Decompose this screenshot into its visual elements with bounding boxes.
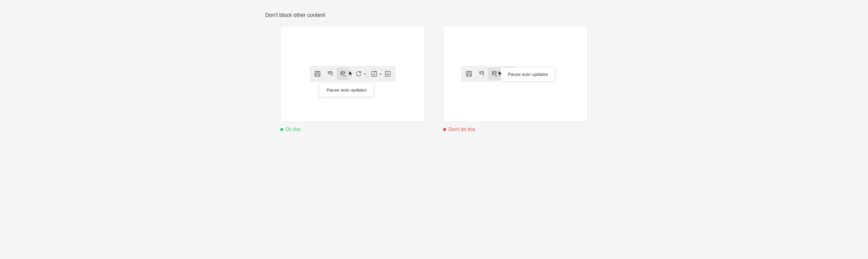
save-button[interactable]: [312, 68, 324, 80]
dont-save-icon: [466, 70, 472, 77]
do-this-example: ▾ ▾: [280, 26, 425, 132]
svg-point-25: [493, 71, 496, 73]
chart-view-icon: [384, 70, 391, 77]
svg-rect-1: [316, 71, 318, 73]
dont-save-button[interactable]: [463, 68, 475, 80]
do-this-dot: [280, 128, 283, 131]
chart-add-button[interactable]: [368, 68, 380, 80]
section-title: Don't block other content: [265, 12, 645, 19]
dont-add-db-button[interactable]: [475, 68, 488, 80]
svg-point-3: [328, 71, 332, 73]
tooltip-dont-text: Pause auto updates: [508, 72, 548, 77]
dont-add-db-icon: [478, 70, 485, 77]
pause-updates-button[interactable]: [337, 68, 349, 80]
dont-do-this-label-container: Don't do this: [443, 127, 475, 132]
add-db-icon: [327, 70, 334, 77]
svg-point-22: [480, 71, 484, 73]
do-this-label-container: Do this: [280, 127, 301, 132]
pause-db-icon: [340, 70, 346, 77]
add-db-button[interactable]: [324, 68, 336, 80]
tooltip-do-this-text: Pause auto updates: [327, 87, 367, 93]
page-container: Don't block other content: [223, 12, 645, 132]
save-icon: [314, 70, 321, 77]
svg-point-6: [341, 71, 345, 73]
dont-do-this-label: Don't do this: [448, 127, 475, 132]
refresh-button[interactable]: [352, 68, 365, 80]
svg-rect-21: [467, 74, 471, 76]
refresh-icon: [355, 70, 362, 77]
examples-row: ▾ ▾: [223, 26, 645, 132]
do-this-label: Do this: [286, 127, 301, 132]
dont-do-this-box: Pause auto updates: [443, 26, 588, 122]
chart-view-button[interactable]: [382, 68, 394, 80]
tooltip-do-this: Pause auto updates: [319, 83, 374, 97]
do-this-box: ▾ ▾: [280, 26, 425, 122]
dont-pause-icon: [491, 70, 498, 77]
tooltip-dont-do-this: Pause auto updates: [500, 67, 555, 81]
dont-do-this-example: Pause auto updates Don't do this: [443, 26, 588, 132]
cursor-do-this: [348, 70, 354, 77]
dont-do-this-dot: [443, 128, 446, 131]
svg-rect-2: [316, 74, 319, 76]
cursor-dont: [497, 70, 503, 77]
chart-add-icon: [371, 70, 378, 77]
svg-rect-20: [468, 71, 470, 73]
